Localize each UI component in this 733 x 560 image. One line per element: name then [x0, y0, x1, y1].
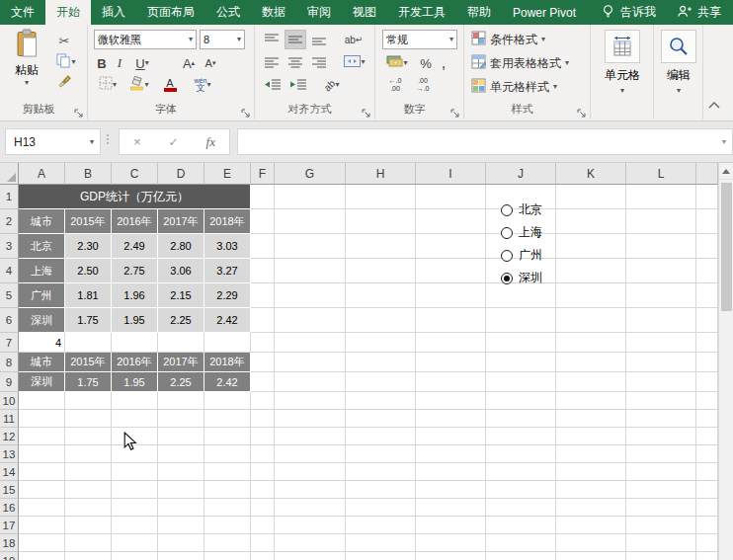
dialog-launcher-icon[interactable]: [362, 105, 371, 115]
cell[interactable]: [346, 234, 416, 259]
cell[interactable]: [251, 392, 275, 410]
cell[interactable]: [158, 463, 204, 481]
cell[interactable]: [251, 552, 275, 560]
cut-button[interactable]: ✂: [49, 31, 79, 50]
cell[interactable]: 2017年: [158, 209, 204, 234]
cell[interactable]: [19, 552, 65, 560]
formula-bar-resizer[interactable]: [107, 134, 109, 144]
cell[interactable]: 北京: [19, 234, 65, 259]
radio-shanghai[interactable]: 上海: [501, 221, 542, 244]
cell[interactable]: [275, 372, 346, 392]
cell[interactable]: [19, 445, 65, 463]
cell[interactable]: [158, 481, 204, 499]
decrease-decimal-button[interactable]: .00→.0: [410, 75, 436, 95]
cell[interactable]: [275, 308, 346, 333]
cell[interactable]: 1.75: [65, 372, 112, 392]
cell[interactable]: [696, 333, 718, 353]
cell[interactable]: [112, 534, 158, 552]
cell[interactable]: [346, 534, 416, 552]
cell[interactable]: [696, 534, 718, 552]
collapse-ribbon-button[interactable]: [707, 96, 721, 114]
cell[interactable]: [416, 499, 486, 517]
orientation-button[interactable]: ab ▾: [316, 75, 348, 95]
cell[interactable]: 2017年: [158, 353, 204, 372]
tab-power-pivot[interactable]: Power Pivot: [502, 0, 587, 25]
tab-data[interactable]: 数据: [251, 0, 296, 25]
radio-guangzhou[interactable]: 广州: [501, 244, 542, 267]
cell[interactable]: [275, 234, 346, 259]
cell[interactable]: [556, 283, 626, 308]
row-header-11[interactable]: 11: [0, 410, 19, 428]
cell[interactable]: [416, 517, 486, 534]
cell[interactable]: [112, 333, 158, 353]
cell[interactable]: [696, 517, 718, 534]
insert-function-button[interactable]: fx: [206, 134, 215, 150]
cell[interactable]: [158, 445, 204, 463]
number-format-combo[interactable]: 常规 ▾: [382, 30, 457, 49]
cell[interactable]: [65, 534, 112, 552]
cell[interactable]: [626, 410, 696, 428]
comma-style-button[interactable]: ,: [437, 53, 450, 73]
row-header-18[interactable]: 18: [0, 534, 19, 552]
cell[interactable]: [626, 234, 696, 259]
row-header-12[interactable]: 12: [0, 428, 19, 445]
cell[interactable]: [626, 209, 696, 234]
select-all-corner[interactable]: [0, 163, 19, 185]
cell[interactable]: [275, 185, 346, 209]
cell[interactable]: [251, 209, 275, 234]
cell[interactable]: [696, 372, 718, 392]
cell[interactable]: [486, 481, 556, 499]
column-header-I[interactable]: I: [416, 163, 486, 185]
row-header-7[interactable]: 7: [0, 333, 19, 353]
cell[interactable]: [626, 308, 696, 333]
cell[interactable]: 2.25: [158, 372, 204, 392]
cell[interactable]: [251, 308, 275, 333]
format-painter-button[interactable]: [49, 74, 79, 94]
cell[interactable]: [19, 517, 65, 534]
cell[interactable]: [626, 259, 696, 283]
cell[interactable]: [346, 445, 416, 463]
cell[interactable]: [486, 445, 556, 463]
format-as-table-button[interactable]: 套用表格格式 ▾: [471, 54, 569, 72]
cell[interactable]: 上海: [19, 259, 65, 283]
cell[interactable]: [416, 372, 486, 392]
cell[interactable]: [696, 353, 718, 372]
row-header-8[interactable]: 8: [0, 353, 19, 372]
cell[interactable]: [416, 463, 486, 481]
fill-color-button[interactable]: ▾: [125, 75, 153, 95]
cell[interactable]: [416, 234, 486, 259]
cell[interactable]: [204, 445, 251, 463]
cell[interactable]: [626, 428, 696, 445]
cell[interactable]: [251, 259, 275, 283]
cell[interactable]: [486, 552, 556, 560]
cell[interactable]: [486, 308, 556, 333]
enter-check-icon[interactable]: ✓: [169, 135, 179, 149]
cell[interactable]: [556, 234, 626, 259]
phonetic-guide-button[interactable]: wén 文 ▾: [187, 75, 218, 95]
borders-button[interactable]: ▾: [94, 75, 122, 95]
cell[interactable]: [486, 517, 556, 534]
cell[interactable]: [275, 353, 346, 372]
cell[interactable]: [556, 463, 626, 481]
paste-button[interactable]: 粘贴 ▾: [7, 29, 46, 87]
cell[interactable]: 1.75: [65, 308, 112, 333]
tab-formulas[interactable]: 公式: [205, 0, 251, 25]
row-header-16[interactable]: 16: [0, 499, 19, 517]
cell[interactable]: [486, 428, 556, 445]
cell[interactable]: [416, 481, 486, 499]
cell[interactable]: 1.81: [65, 283, 112, 308]
cell[interactable]: 深圳: [19, 372, 65, 392]
cell[interactable]: [112, 517, 158, 534]
cell[interactable]: [416, 445, 486, 463]
column-header-B[interactable]: B: [65, 163, 112, 185]
cell[interactable]: [204, 333, 251, 353]
cell[interactable]: [696, 283, 718, 308]
cell[interactable]: [556, 481, 626, 499]
shrink-font-button[interactable]: A▾: [201, 53, 220, 73]
cell[interactable]: [416, 392, 486, 410]
cell[interactable]: [416, 552, 486, 560]
cell[interactable]: [251, 534, 275, 552]
cell[interactable]: [251, 517, 275, 534]
cell[interactable]: [346, 428, 416, 445]
cell[interactable]: [346, 353, 416, 372]
